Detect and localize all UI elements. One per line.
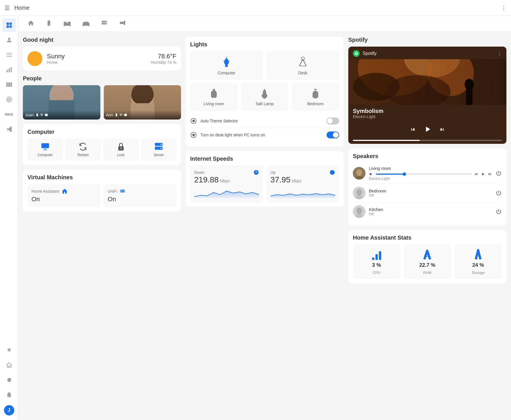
svg-rect-28: [89, 25, 90, 26]
sidebar-item-pin[interactable]: [2, 343, 16, 357]
computer-btn[interactable]: Computer: [27, 139, 63, 160]
sidebar-item-home2[interactable]: [2, 358, 16, 372]
speed-down-label: Down: [194, 170, 204, 175]
vm-home-assistant[interactable]: Home Assistant On: [27, 184, 100, 207]
tab-camera[interactable]: [117, 19, 128, 29]
svg-point-31: [106, 21, 106, 22]
stat-cpu[interactable]: 3 % CPU: [353, 244, 400, 279]
speaker-br-avatar: [353, 187, 365, 199]
sidebar-item-target[interactable]: [2, 93, 16, 106]
menu-icon[interactable]: ☰: [5, 5, 10, 11]
computer-section: Computer Computer Restart Lock: [23, 124, 181, 165]
spotify-play-btn[interactable]: [423, 125, 432, 136]
tab-home[interactable]: [25, 19, 37, 29]
spotify-card: Spotify ⋮: [348, 47, 506, 144]
speed-down-graph: [194, 187, 259, 198]
weather-card[interactable]: Sunny Home 78.6°F Humidity 74 %: [23, 47, 181, 71]
sidebar-item-person[interactable]: [2, 33, 16, 47]
middle-column: Lights Computer: [186, 37, 344, 283]
light-computer[interactable]: Computer: [190, 51, 263, 80]
svg-point-19: [49, 24, 49, 25]
spotify-prev-btn[interactable]: [410, 126, 416, 134]
user-avatar[interactable]: J: [4, 405, 14, 415]
speaker-br-info: Bedroom Off: [369, 188, 492, 198]
stat-storage[interactable]: 24 % Storage: [454, 244, 502, 279]
svg-rect-1: [9, 23, 12, 25]
svg-point-32: [106, 23, 106, 24]
person-juan[interactable]: Juan: [23, 85, 100, 120]
svg-rect-3: [9, 25, 12, 28]
restart-btn[interactable]: Restart: [65, 139, 101, 160]
speaker-lr-slider[interactable]: [376, 174, 472, 175]
people-row: Juan: [23, 85, 181, 120]
sidebar-item-chart[interactable]: [2, 63, 16, 77]
vm-unifi-name: UniFi: [108, 189, 117, 194]
main-layout: HACS: [0, 16, 511, 420]
sidebar-item-notifications[interactable]: [2, 388, 16, 402]
light-bedroom[interactable]: Bedroom: [292, 83, 339, 111]
stat-storage-label: Storage: [472, 270, 485, 275]
automation-theme-toggle[interactable]: [327, 118, 339, 124]
spotify-next-btn[interactable]: [439, 126, 445, 134]
server-btn[interactable]: Server: [141, 139, 176, 160]
speed-up-icon: [329, 170, 335, 175]
speaker-br-power-icon[interactable]: [496, 190, 502, 196]
speed-up-value: 37.95: [271, 175, 291, 184]
light-desk[interactable]: Desk: [267, 51, 339, 80]
sidebar-item-dashboard[interactable]: [2, 18, 16, 32]
automation-desk-toggle[interactable]: [327, 132, 339, 138]
lock-btn[interactable]: Lock: [103, 139, 139, 160]
svg-rect-60: [213, 89, 215, 90]
svg-rect-6: [7, 55, 12, 55]
sidebar-item-vscode[interactable]: [2, 122, 16, 136]
speaker-lr-play-icon[interactable]: [481, 172, 485, 176]
light-salt-lamp[interactable]: Salt Lamp: [241, 83, 289, 111]
restart-btn-label: Restart: [77, 153, 89, 157]
speaker-kit-track: Off: [369, 212, 492, 216]
svg-rect-2: [7, 25, 9, 28]
svg-rect-46: [41, 143, 49, 148]
speed-down-card: Down 219.88 Mbps: [190, 166, 263, 202]
speaker-lr-next-icon[interactable]: [488, 172, 492, 176]
automation-desk-label: Turn on desk light when PC turns on: [200, 133, 323, 137]
weather-condition: Sunny: [47, 53, 146, 60]
svg-point-89: [356, 208, 362, 214]
sidebar-item-hacs[interactable]: HACS: [2, 108, 16, 121]
lights-title: Lights: [190, 41, 339, 48]
good-night-title: Good night: [23, 37, 181, 43]
speaker-lr-vol-fill: [376, 174, 405, 175]
dashboard-grid: Good night Sunny Home 78.6°F Humidity 74…: [18, 32, 511, 288]
tab-bed2[interactable]: [80, 19, 92, 29]
spotify-controls: [348, 122, 506, 139]
speaker-kit-power-icon[interactable]: [496, 208, 502, 215]
speaker-lr-prev-icon[interactable]: [474, 172, 478, 176]
volume-icon: [369, 172, 373, 176]
stat-ram[interactable]: 22.7 % RAM: [404, 244, 451, 279]
more-menu-icon[interactable]: ⋮: [501, 5, 506, 11]
vm-ha-name: Home Assistant: [31, 189, 59, 194]
spotify-progress-bar[interactable]: [353, 140, 502, 141]
sidebar-item-list[interactable]: [2, 48, 16, 62]
tab-server[interactable]: [99, 19, 110, 29]
spotify-title: Spotify: [348, 37, 506, 43]
speaker-bedroom: Bedroom Off: [353, 184, 502, 202]
tab-phone[interactable]: [43, 19, 54, 29]
speaker-kit-info: Kitchen Off: [369, 207, 492, 216]
speaker-lr-power-icon[interactable]: [496, 170, 502, 176]
speaker-br-track: Off: [369, 193, 492, 198]
svg-rect-24: [70, 25, 71, 26]
sidebar-item-settings[interactable]: [2, 373, 16, 387]
svg-rect-45: [116, 114, 117, 116]
svg-rect-7: [7, 56, 12, 57]
vm-grid: Home Assistant On UniFi On: [27, 184, 176, 207]
speaker-lr-volume: [369, 172, 492, 176]
spotify-more-icon[interactable]: ⋮: [497, 51, 502, 56]
person-ann[interactable]: Ann: [104, 85, 181, 120]
spotify-track-info: Symbolism Electro-Light: [348, 105, 506, 122]
sidebar-item-media[interactable]: [2, 78, 16, 91]
vm-unifi[interactable]: UniFi On: [104, 184, 177, 207]
tab-bed1[interactable]: [61, 19, 73, 29]
light-living-room[interactable]: Living room: [190, 83, 238, 111]
speaker-kitchen: Kitchen Off: [353, 202, 502, 221]
weather-sun-icon: [27, 51, 42, 66]
